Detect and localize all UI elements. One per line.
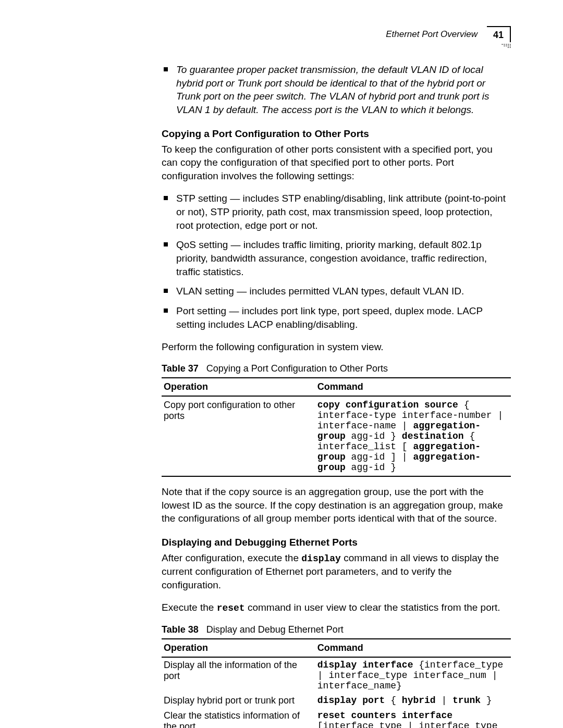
table37: Operation Command Copy port configuratio… bbox=[162, 377, 511, 477]
cmd-bold: reset bbox=[217, 603, 245, 613]
table-header-row: Operation Command bbox=[162, 378, 511, 396]
table38-title: Display and Debug Ethernet Port bbox=[206, 624, 344, 635]
cmd-text: { bbox=[385, 695, 401, 706]
cmd-bold: hybrid bbox=[402, 695, 436, 706]
cell-operation: Display hybrid port or trunk port bbox=[162, 693, 315, 708]
intro-bullet: To guarantee proper packet transmission,… bbox=[162, 63, 511, 117]
cell-operation: Display all the information of the port bbox=[162, 657, 315, 693]
page-header: Ethernet Port Overview 41 ··········· bbox=[162, 26, 511, 42]
page-number-box: 41 ··········· bbox=[487, 26, 511, 42]
page: Ethernet Port Overview 41 ··········· To… bbox=[0, 0, 563, 728]
inline-code: reset bbox=[217, 603, 245, 613]
cmd-text: agg-id } bbox=[346, 462, 396, 473]
settings-list: STP setting — includes STP enabling/disa… bbox=[162, 192, 511, 331]
cmd-bold: trunk bbox=[452, 695, 481, 706]
cmd-bold: reset counters interface bbox=[317, 710, 452, 721]
th-command: Command bbox=[315, 378, 511, 396]
perform-text: Perform the following configuration in s… bbox=[162, 340, 511, 354]
cmd-bold: display interface bbox=[317, 660, 413, 670]
cell-command: display port { hybrid | trunk } bbox=[315, 693, 511, 708]
table-header-row: Operation Command bbox=[162, 639, 511, 657]
table37-title: Copying a Port Configuration to Other Po… bbox=[206, 363, 388, 374]
cell-operation: Copy port configuration to other ports bbox=[162, 396, 315, 476]
table-row: Display hybrid port or trunk port displa… bbox=[162, 693, 511, 708]
reset-intro: Execute the reset command in user view t… bbox=[162, 601, 511, 614]
text: After configuration, execute the bbox=[162, 552, 301, 563]
list-item: Port setting — includes port link type, … bbox=[162, 304, 511, 331]
table-row: Clear the statistics information of the … bbox=[162, 708, 511, 728]
section-heading-copy: Copying a Port Configuration to Other Po… bbox=[162, 128, 511, 140]
cmd-text: agg-id } bbox=[346, 431, 402, 441]
table-row: Copy port configuration to other ports c… bbox=[162, 396, 511, 476]
cell-command: copy configuration source { interface-ty… bbox=[315, 396, 511, 476]
display-intro: After configuration, execute the display… bbox=[162, 551, 511, 592]
table37-label: Table 37 bbox=[162, 363, 199, 374]
inline-code: display bbox=[301, 553, 341, 564]
text: command in user view to clear the statis… bbox=[245, 602, 500, 613]
list-item: VLAN setting — includes permitted VLAN t… bbox=[162, 285, 511, 298]
copy-note: Note that if the copy source is an aggre… bbox=[162, 485, 511, 525]
cmd-bold: destination bbox=[402, 431, 464, 441]
cmd-text: } bbox=[481, 695, 492, 706]
cmd-bold: display bbox=[301, 553, 341, 564]
cmd-text: agg-id ] | bbox=[346, 452, 413, 462]
table-row: Display all the information of the port … bbox=[162, 657, 511, 693]
header-title: Ethernet Port Overview bbox=[386, 29, 478, 40]
cell-operation: Clear the statistics information of the … bbox=[162, 708, 315, 728]
cmd-bold: copy configuration source bbox=[317, 400, 458, 410]
section-heading-display: Displaying and Debugging Ethernet Ports bbox=[162, 537, 511, 548]
table37-caption: Table 37 Copying a Port Configuration to… bbox=[162, 363, 511, 374]
cell-command: display interface {interface_type | inte… bbox=[315, 657, 511, 693]
th-operation: Operation bbox=[162, 378, 315, 396]
list-item: QoS setting — includes traffic limiting,… bbox=[162, 238, 511, 278]
table38-label: Table 38 bbox=[162, 624, 199, 635]
th-command: Command bbox=[315, 639, 511, 657]
cell-command: reset counters interface [interface_type… bbox=[315, 708, 511, 728]
page-number: 41 bbox=[493, 30, 504, 40]
table38-caption: Table 38 Display and Debug Ethernet Port bbox=[162, 624, 511, 635]
th-operation: Operation bbox=[162, 639, 315, 657]
cmd-bold: display port bbox=[317, 695, 385, 706]
dot-pattern-icon: ··········· bbox=[501, 44, 511, 48]
intro-bullet-list: To guarantee proper packet transmission,… bbox=[162, 63, 511, 117]
text: Execute the bbox=[162, 602, 217, 613]
table38: Operation Command Display all the inform… bbox=[162, 638, 511, 728]
list-item: STP setting — includes STP enabling/disa… bbox=[162, 192, 511, 232]
cmd-text: | bbox=[436, 695, 452, 706]
copy-intro: To keep the configuration of other ports… bbox=[162, 143, 511, 183]
